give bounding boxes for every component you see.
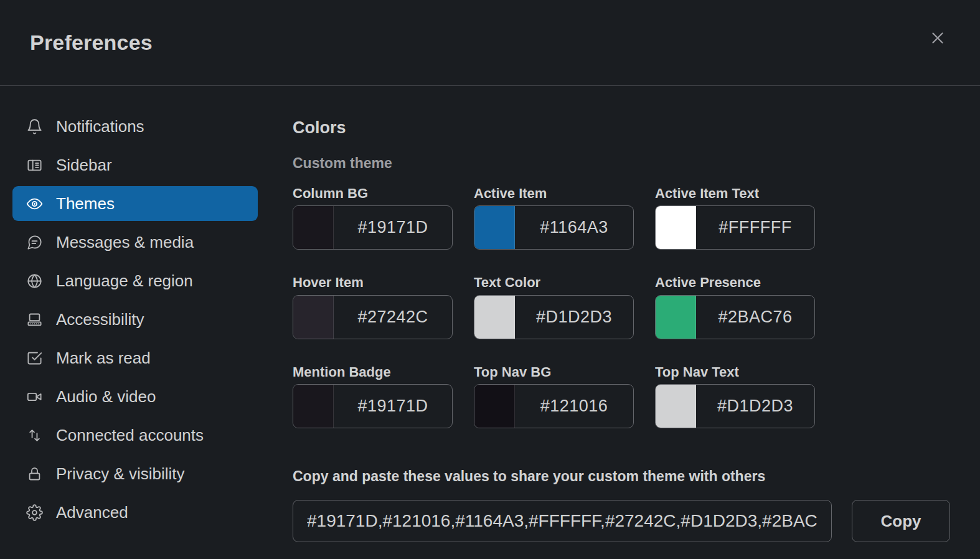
swatch-label: Column BG bbox=[293, 186, 453, 202]
sidebar-item-label: Connected accounts bbox=[56, 426, 204, 445]
swatch-top-nav-text: Top Nav Text #D1D2D3 bbox=[655, 364, 815, 428]
swatch-value: #FFFFFF bbox=[696, 206, 814, 249]
sidebar-item-label: Audio & video bbox=[56, 387, 156, 406]
check-square-icon bbox=[26, 350, 43, 367]
sidebar-item-label: Privacy & visibility bbox=[56, 464, 185, 484]
swatch-grid: Column BG #19171D Active Item #1164A3 Ac… bbox=[293, 186, 950, 428]
swatch-label: Top Nav BG bbox=[474, 364, 634, 380]
sidebar-item-themes[interactable]: Themes bbox=[12, 186, 258, 221]
color-chip[interactable] bbox=[474, 206, 515, 249]
sidebar-item-label: Mark as read bbox=[56, 349, 151, 368]
swatch-value: #2BAC76 bbox=[696, 296, 814, 339]
color-chip[interactable] bbox=[656, 296, 696, 339]
sidebar-item-connected-accounts[interactable]: Connected accounts bbox=[12, 418, 258, 453]
arrows-up-down-icon bbox=[26, 427, 43, 444]
sidebar-item-accessibility[interactable]: Accessibility bbox=[12, 302, 258, 337]
swatch-label: Hover Item bbox=[293, 275, 453, 291]
bell-icon bbox=[26, 118, 43, 135]
swatch-label: Active Item Text bbox=[655, 186, 815, 202]
swatch-value: #27242C bbox=[334, 296, 452, 339]
sidebar-icon bbox=[26, 157, 43, 174]
swatch-label: Active Item bbox=[474, 186, 634, 202]
sidebar-item-notifications[interactable]: Notifications bbox=[12, 109, 258, 144]
swatch-label: Active Presence bbox=[655, 275, 815, 291]
eye-icon bbox=[26, 195, 43, 212]
laptop-icon bbox=[26, 311, 43, 328]
swatch-active-item: Active Item #1164A3 bbox=[474, 186, 634, 250]
swatch-box[interactable]: #19171D bbox=[293, 384, 453, 428]
themes-panel: Colors Custom theme Column BG #19171D Ac… bbox=[293, 86, 950, 542]
sidebar-item-label: Accessibility bbox=[56, 310, 144, 329]
color-chip[interactable] bbox=[293, 206, 334, 249]
sidebar-item-label: Sidebar bbox=[56, 156, 112, 175]
video-camera-icon bbox=[26, 388, 43, 405]
swatch-value: #121016 bbox=[515, 385, 633, 428]
swatch-label: Mention Badge bbox=[293, 364, 453, 380]
swatch-column-bg: Column BG #19171D bbox=[293, 186, 453, 250]
color-chip[interactable] bbox=[474, 385, 515, 428]
color-chip[interactable] bbox=[656, 206, 696, 249]
close-button[interactable] bbox=[923, 24, 953, 54]
close-icon bbox=[928, 29, 947, 49]
swatch-box[interactable]: #D1D2D3 bbox=[655, 384, 815, 428]
gear-icon bbox=[26, 504, 43, 521]
sidebar-item-sidebar[interactable]: Sidebar bbox=[12, 148, 258, 182]
swatch-hover-item: Hover Item #27242C bbox=[293, 275, 453, 339]
swatch-value: #19171D bbox=[334, 385, 452, 428]
swatch-active-presence: Active Presence #2BAC76 bbox=[655, 275, 815, 339]
sidebar-item-label: Themes bbox=[56, 194, 115, 214]
copy-button[interactable]: Copy bbox=[852, 500, 950, 542]
theme-values-input[interactable] bbox=[293, 500, 832, 542]
sidebar-item-label: Language & region bbox=[56, 271, 193, 291]
swatch-value: #1164A3 bbox=[515, 206, 633, 249]
globe-icon bbox=[26, 273, 43, 289]
share-theme-section: Copy and paste these values to share you… bbox=[293, 468, 950, 542]
swatch-box[interactable]: #FFFFFF bbox=[655, 205, 815, 250]
sidebar-item-messages-media[interactable]: Messages & media bbox=[12, 225, 258, 260]
swatch-top-nav-bg: Top Nav BG #121016 bbox=[474, 364, 634, 428]
swatch-box[interactable]: #121016 bbox=[474, 384, 634, 428]
sidebar-item-label: Messages & media bbox=[56, 233, 194, 252]
swatch-value: #19171D bbox=[334, 206, 452, 249]
share-row: Copy bbox=[293, 500, 950, 542]
colors-section-title: Colors bbox=[293, 118, 950, 138]
lock-icon bbox=[26, 466, 43, 482]
swatch-box[interactable]: #D1D2D3 bbox=[474, 295, 634, 339]
sidebar-item-label: Advanced bbox=[56, 503, 128, 522]
sidebar-item-label: Notifications bbox=[56, 117, 144, 136]
swatch-active-item-text: Active Item Text #FFFFFF bbox=[655, 186, 815, 250]
sidebar-item-audio-video[interactable]: Audio & video bbox=[12, 379, 258, 414]
page-title: Preferences bbox=[30, 31, 153, 55]
swatch-label: Text Color bbox=[474, 275, 634, 291]
share-instruction: Copy and paste these values to share you… bbox=[293, 468, 950, 485]
dialog-header: Preferences bbox=[0, 0, 980, 86]
swatch-box[interactable]: #1164A3 bbox=[474, 205, 634, 250]
preferences-sidebar: Notifications Sidebar Themes Messages & … bbox=[12, 109, 258, 533]
sidebar-item-mark-as-read[interactable]: Mark as read bbox=[12, 341, 258, 375]
swatch-text-color: Text Color #D1D2D3 bbox=[474, 275, 634, 339]
swatch-value: #D1D2D3 bbox=[696, 385, 814, 428]
swatch-value: #D1D2D3 bbox=[515, 296, 633, 339]
color-chip[interactable] bbox=[293, 385, 334, 428]
color-chip[interactable] bbox=[474, 296, 515, 339]
color-chip[interactable] bbox=[293, 296, 334, 339]
swatch-label: Top Nav Text bbox=[655, 364, 815, 380]
swatch-mention-badge: Mention Badge #19171D bbox=[293, 364, 453, 428]
custom-theme-subtitle: Custom theme bbox=[293, 155, 950, 172]
swatch-box[interactable]: #19171D bbox=[293, 205, 453, 250]
color-chip[interactable] bbox=[656, 385, 696, 428]
sidebar-item-privacy-visibility[interactable]: Privacy & visibility bbox=[12, 456, 258, 491]
sidebar-item-advanced[interactable]: Advanced bbox=[12, 495, 258, 530]
sidebar-item-language-region[interactable]: Language & region bbox=[12, 263, 258, 298]
swatch-box[interactable]: #2BAC76 bbox=[655, 295, 815, 339]
swatch-box[interactable]: #27242C bbox=[293, 295, 453, 339]
dialog-body: Notifications Sidebar Themes Messages & … bbox=[0, 86, 980, 542]
message-bubble-icon bbox=[26, 234, 43, 251]
